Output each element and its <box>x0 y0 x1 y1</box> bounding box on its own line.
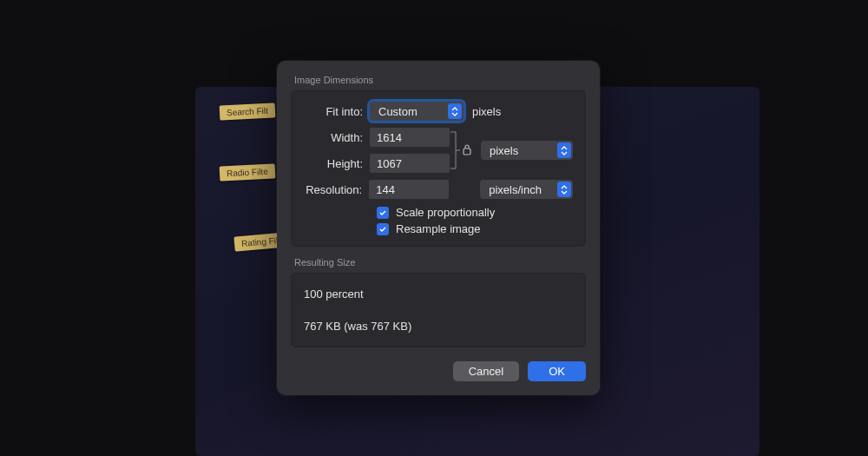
resample-image-row: Resample image <box>377 222 573 235</box>
wh-unit-value: pixels <box>490 144 518 157</box>
scale-proportionally-label: Scale proportionally <box>396 206 495 219</box>
scale-proportionally-checkbox[interactable] <box>377 207 389 219</box>
resample-image-checkbox[interactable] <box>377 223 389 235</box>
fit-into-label: Fit into: <box>304 105 370 118</box>
bg-tag: Radio Filte <box>220 163 276 181</box>
bg-tag: Search Filt <box>220 102 276 120</box>
result-filesize: 767 KB (was 767 KB) <box>304 320 573 333</box>
cancel-button[interactable]: Cancel <box>453 361 519 381</box>
fit-into-select[interactable]: Custom <box>370 102 464 121</box>
lock-icon[interactable] <box>462 143 472 158</box>
width-input[interactable] <box>370 128 450 147</box>
height-input[interactable] <box>370 154 450 173</box>
dimensions-title: Image Dimensions <box>291 75 586 85</box>
dimensions-section: Fit into: Custom pixels Width: Height: <box>291 90 586 247</box>
svg-rect-0 <box>464 149 470 155</box>
width-height-block: Width: Height: <box>304 128 573 173</box>
image-size-dialog: Image Dimensions Fit into: Custom pixels… <box>277 61 600 395</box>
scale-proportionally-row: Scale proportionally <box>377 206 573 219</box>
resolution-label: Resolution: <box>304 183 369 196</box>
height-label: Height: <box>304 157 370 170</box>
ok-button[interactable]: OK <box>528 361 586 381</box>
resample-image-label: Resample image <box>396 222 481 235</box>
resolution-row: Resolution: pixels/inch <box>304 180 573 199</box>
fit-into-row: Fit into: Custom pixels <box>304 102 573 121</box>
resolution-input[interactable] <box>369 180 449 199</box>
wh-unit-select[interactable]: pixels <box>481 141 573 160</box>
link-bracket-icon <box>450 129 460 171</box>
chevron-updown-icon <box>448 103 462 119</box>
resulting-size-title: Resulting Size <box>291 257 586 268</box>
dialog-footer: Cancel OK <box>291 361 586 381</box>
width-label: Width: <box>304 131 370 144</box>
fit-into-unit: pixels <box>472 105 501 118</box>
result-percent: 100 percent <box>304 287 573 301</box>
fit-into-value: Custom <box>378 105 418 118</box>
resolution-unit-select[interactable]: pixels/inch <box>480 180 573 199</box>
chevron-updown-icon <box>557 182 571 197</box>
resolution-unit-value: pixels/inch <box>489 183 542 196</box>
chevron-updown-icon <box>557 142 571 158</box>
resulting-size-section: 100 percent 767 KB (was 767 KB) <box>291 273 586 347</box>
